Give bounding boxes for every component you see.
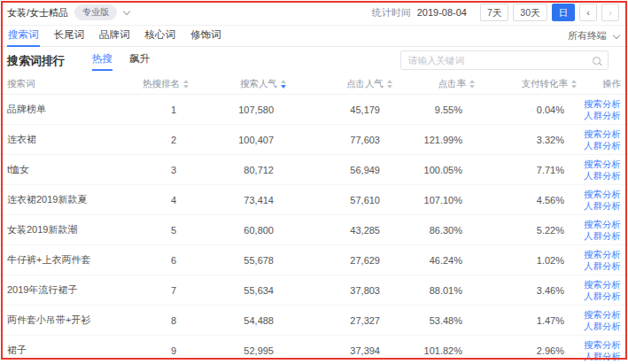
keyword-cell: 牛仔裤+上衣两件套 [7, 253, 131, 267]
keyword-search-box [400, 50, 609, 70]
pay-conv-cell: 5.22% [475, 225, 577, 236]
actions-cell: 搜索分析 人群分析 [577, 159, 621, 182]
column-header-click-pop: 点击人气 [286, 78, 392, 90]
column-header-keyword: 搜索词 [7, 78, 131, 90]
crowd-analysis-link[interactable]: 人群分析 [577, 321, 621, 332]
terminal-filter[interactable]: 所有终端 [568, 29, 619, 43]
table-row: 连衣裙2019新款夏 4 73,414 57,610 107.10% 4.56%… [0, 185, 628, 215]
table-row: 女装2019新款潮 5 60,800 43,285 86.30% 5.22% 搜… [0, 215, 628, 245]
search-pop-cell: 54,488 [189, 315, 286, 326]
search-analysis-link[interactable]: 搜索分析 [577, 249, 621, 260]
tab-core-word[interactable]: 核心词 [144, 26, 177, 46]
click-rate-cell: 101.82% [392, 345, 475, 356]
keyword-cell: 两件套小吊带+开衫 [7, 314, 131, 327]
keyword-cell: 连衣裙 [7, 133, 131, 146]
column-header-click-rate: 点击率 [392, 78, 475, 90]
category-selector[interactable]: 女装/女士精品 [7, 6, 68, 19]
prev-day-button[interactable]: ‹ [579, 4, 597, 21]
search-pop-cell: 73,414 [189, 195, 286, 205]
rank-cell: 7 [131, 285, 189, 296]
analytics-window: 女装/女士精品 专业版 统计时间 2019-08-04 7天 30天 日 ‹ ›… [0, 0, 628, 364]
search-pop-cell: 55,634 [189, 285, 286, 296]
pay-conv-cell: 4.56% [475, 195, 577, 205]
crowd-analysis-link[interactable]: 人群分析 [577, 140, 621, 151]
click-pop-cell: 37,394 [286, 345, 392, 356]
click-rate-cell: 9.55% [392, 105, 475, 115]
search-pop-cell: 52,995 [189, 345, 286, 356]
rank-cell: 2 [131, 135, 189, 145]
pay-conv-cell: 3.32% [475, 135, 577, 145]
range-30d-button[interactable]: 30天 [513, 4, 547, 21]
crowd-analysis-link[interactable]: 人群分析 [577, 200, 621, 212]
rank-cell: 8 [131, 315, 189, 326]
table-row: 两件套小吊带+开衫 8 54,488 27,327 53.48% 1.47% 搜… [0, 306, 628, 336]
stat-time-label: 统计时间 [372, 6, 411, 19]
search-analysis-link[interactable]: 搜索分析 [577, 279, 621, 290]
search-analysis-link[interactable]: 搜索分析 [577, 219, 621, 230]
rank-cell: 4 [131, 195, 189, 205]
chevron-down-icon [613, 32, 620, 39]
tab-brand-word[interactable]: 品牌词 [98, 26, 131, 46]
search-icon[interactable] [593, 57, 601, 65]
click-pop-cell: 43,285 [286, 225, 392, 236]
click-rate-cell: 107.10% [392, 195, 475, 205]
search-pop-cell: 80,712 [189, 165, 286, 175]
actions-cell: 搜索分析 人群分析 [577, 98, 621, 121]
panel-title: 搜索词排行 [7, 53, 65, 69]
rank-cell: 9 [131, 345, 189, 356]
search-analysis-link[interactable]: 搜索分析 [577, 339, 621, 351]
actions-cell: 搜索分析 人群分析 [577, 219, 621, 242]
column-header-search-pop: 搜索人气 [189, 78, 286, 90]
stat-date-value[interactable]: 2019-08-04 [417, 7, 467, 18]
click-rate-cell: 53.48% [392, 315, 475, 326]
subtab-hot[interactable]: 热搜 [91, 50, 113, 71]
crowd-analysis-link[interactable]: 人群分析 [577, 290, 621, 302]
chevron-down-icon[interactable] [123, 8, 130, 15]
search-analysis-link[interactable]: 搜索分析 [577, 128, 621, 140]
search-analysis-link[interactable]: 搜索分析 [577, 98, 621, 110]
pay-conv-cell: 1.47% [475, 315, 577, 326]
keyword-cell: t恤女 [7, 163, 131, 176]
tab-modifier-word[interactable]: 修饰词 [190, 26, 222, 46]
column-header-pay-conversion: 支付转化率 [475, 78, 577, 90]
actions-cell: 搜索分析 人群分析 [577, 279, 621, 302]
range-7d-button[interactable]: 7天 [480, 4, 508, 21]
crowd-analysis-link[interactable]: 人群分析 [577, 110, 621, 121]
table-row: 裙子 9 52,995 37,394 101.82% 2.96% 搜索分析 人群… [0, 336, 628, 364]
search-analysis-link[interactable]: 搜索分析 [577, 309, 621, 321]
search-pop-cell: 100,407 [189, 135, 286, 145]
table-row: 品牌榜单 1 107,580 45,179 9.55% 0.04% 搜索分析 人… [0, 95, 628, 125]
table-row: 牛仔裤+上衣两件套 6 55,678 27,629 46.24% 1.02% 搜… [0, 245, 628, 275]
actions-cell: 搜索分析 人群分析 [577, 128, 621, 151]
crowd-analysis-link[interactable]: 人群分析 [577, 230, 621, 242]
search-analysis-link[interactable]: 搜索分析 [577, 159, 621, 170]
subtab-rising[interactable]: 飙升 [128, 50, 151, 71]
pay-conv-cell: 1.02% [475, 255, 577, 266]
search-pop-cell: 60,800 [189, 225, 286, 236]
crowd-analysis-link[interactable]: 人群分析 [577, 351, 621, 362]
top-bar: 女装/女士精品 专业版 统计时间 2019-08-04 7天 30天 日 ‹ › [0, 0, 628, 26]
click-pop-cell: 77,603 [286, 135, 392, 145]
click-rate-cell: 46.24% [392, 255, 475, 266]
column-header-rank: 热搜排名 [131, 78, 189, 90]
table-row: 连衣裙 2 100,407 77,603 121.99% 3.32% 搜索分析 … [0, 125, 628, 155]
keyword-search-input[interactable] [400, 50, 609, 70]
keyword-cell: 2019年流行裙子 [7, 283, 131, 297]
table-header: 搜索词 热搜排名 搜索人气 点击人气 点击率 支付转化率 操作 [0, 74, 628, 95]
crowd-analysis-link[interactable]: 人群分析 [577, 260, 621, 272]
click-pop-cell: 57,610 [286, 195, 392, 205]
search-analysis-link[interactable]: 搜索分析 [577, 189, 621, 200]
pro-version-badge: 专业版 [74, 4, 117, 20]
tab-longtail-word[interactable]: 长尾词 [53, 26, 86, 46]
word-type-tabs: 搜索词 长尾词 品牌词 核心词 修饰词 所有终端 [0, 26, 628, 47]
range-day-button[interactable]: 日 [552, 4, 576, 21]
column-header-actions: 操作 [577, 78, 621, 90]
search-pop-cell: 107,580 [189, 105, 286, 115]
table-body: 品牌榜单 1 107,580 45,179 9.55% 0.04% 搜索分析 人… [0, 95, 628, 364]
actions-cell: 搜索分析 人群分析 [577, 309, 621, 332]
next-day-button[interactable]: › [601, 4, 619, 21]
crowd-analysis-link[interactable]: 人群分析 [577, 170, 621, 182]
tab-search-word[interactable]: 搜索词 [7, 26, 40, 46]
click-pop-cell: 37,803 [286, 285, 392, 296]
keyword-cell: 品牌榜单 [7, 103, 131, 116]
